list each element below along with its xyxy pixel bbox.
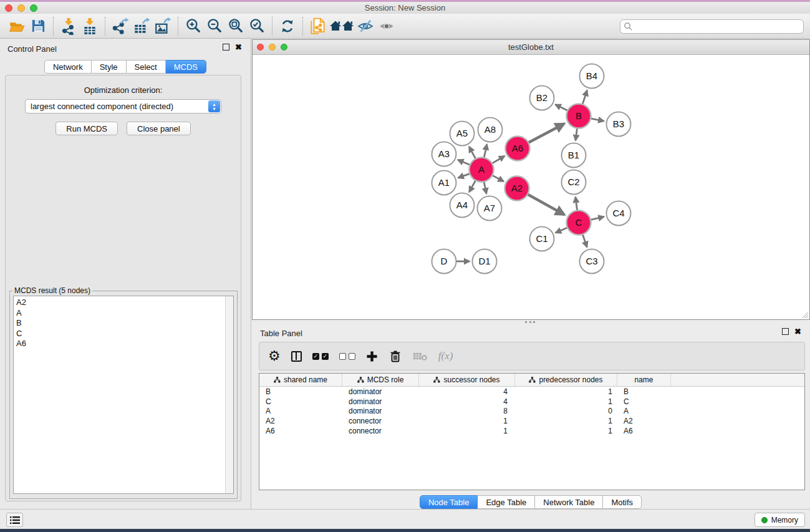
edge-A-A7[interactable] <box>484 181 486 194</box>
search-input[interactable] <box>620 19 804 34</box>
edge-B-B2[interactable] <box>556 105 569 111</box>
table-row[interactable]: Adominator80A <box>259 406 804 416</box>
edge-A6-B[interactable] <box>528 123 564 143</box>
node-C3[interactable]: C3 <box>580 249 604 274</box>
result-item[interactable]: C <box>16 329 233 339</box>
show-panels-button[interactable] <box>376 16 397 37</box>
memory-button[interactable]: Memory <box>755 513 805 527</box>
export-network-button[interactable] <box>110 16 131 37</box>
create-column-button[interactable] <box>366 351 378 362</box>
column-header[interactable]: name <box>617 374 671 386</box>
edge-B-B1[interactable] <box>576 127 577 140</box>
node-B3[interactable]: B3 <box>607 112 631 137</box>
node-C[interactable]: C <box>567 211 591 235</box>
tab-network[interactable]: Network <box>44 60 92 74</box>
close-panel-icon[interactable]: ✖ <box>235 44 242 51</box>
table-row[interactable]: Cdominator41C <box>259 397 804 407</box>
network-graph[interactable]: AA1A2A3A4A5A6A7A8BB1B2B3B4CC1C2C3C4DD1 <box>253 55 809 319</box>
import-table-button[interactable] <box>79 16 100 37</box>
tab-select[interactable]: Select <box>127 60 166 74</box>
result-item[interactable]: A6 <box>16 339 233 349</box>
node-D[interactable]: D <box>432 249 456 274</box>
node-A6[interactable]: A6 <box>506 137 530 161</box>
edge-A-A6[interactable] <box>491 156 505 164</box>
tab-edge-table[interactable]: Edge Table <box>478 495 535 509</box>
save-session-button[interactable] <box>27 16 49 37</box>
result-scrollbar[interactable] <box>225 296 233 493</box>
node-C2[interactable]: C2 <box>562 170 586 195</box>
node-B4[interactable]: B4 <box>580 64 604 89</box>
column-header[interactable]: predecessor nodes <box>515 374 617 386</box>
node-A8[interactable]: A8 <box>478 118 503 142</box>
edge-B-B4[interactable] <box>582 90 587 105</box>
node-A1[interactable]: A1 <box>432 171 456 195</box>
edge-B-B3[interactable] <box>590 118 604 122</box>
column-header[interactable]: MCDS role <box>342 374 419 386</box>
open-session-button[interactable] <box>6 16 27 37</box>
edge-A-A2[interactable] <box>491 175 504 181</box>
mcds-result-list[interactable]: A2ABCA6 <box>13 296 234 494</box>
close-table-panel-icon[interactable]: ✖ <box>794 328 801 335</box>
node-B2[interactable]: B2 <box>530 86 554 110</box>
hide-panels-button[interactable] <box>355 16 376 37</box>
node-B1[interactable]: B1 <box>562 143 586 168</box>
new-network-button[interactable] <box>307 16 329 37</box>
node-A7[interactable]: A7 <box>478 196 502 221</box>
node-A[interactable]: A <box>470 158 494 182</box>
table-row[interactable]: A6connector11A6 <box>259 426 804 436</box>
resize-grip-icon[interactable] <box>800 310 809 319</box>
refresh-button[interactable] <box>277 16 298 37</box>
edge-A-A3[interactable] <box>458 160 471 165</box>
run-mcds-button[interactable]: Run MCDS <box>55 122 118 135</box>
zoom-in-button[interactable] <box>183 16 204 37</box>
table-row[interactable]: Bdominator41B <box>259 387 804 397</box>
edge-A-A1[interactable] <box>458 173 471 178</box>
edge-C-C2[interactable] <box>576 197 577 211</box>
network-canvas[interactable]: AA1A2A3A4A5A6A7A8BB1B2B3B4CC1C2C3C4DD1 <box>253 55 809 319</box>
tab-network-table[interactable]: Network Table <box>535 495 603 509</box>
tab-motifs[interactable]: Motifs <box>603 495 642 509</box>
result-item[interactable]: B <box>16 318 233 329</box>
result-item[interactable]: A <box>16 308 233 319</box>
edge-A-A8[interactable] <box>484 144 487 158</box>
panel-splitter-handle[interactable] <box>525 321 535 323</box>
select-all-button[interactable]: ✓ ✓ <box>312 353 329 360</box>
node-C4[interactable]: C4 <box>607 201 631 226</box>
node-A2[interactable]: A2 <box>505 177 529 201</box>
criterion-dropdown[interactable]: largest connected component (directed) ▲… <box>25 99 221 114</box>
edge-C-C1[interactable] <box>556 227 569 233</box>
edge-A-A4[interactable] <box>469 180 476 192</box>
column-header[interactable]: successor nodes <box>419 374 515 386</box>
edge-C-C3[interactable] <box>582 233 587 247</box>
table-row[interactable]: A2connector11A2 <box>259 416 804 426</box>
edge-A2-C[interactable] <box>527 194 565 215</box>
node-C1[interactable]: C1 <box>530 227 554 251</box>
float-panel-icon[interactable] <box>223 44 229 51</box>
table-settings-button[interactable]: ⚙ <box>268 349 281 363</box>
tab-node-table[interactable]: Node Table <box>420 495 478 509</box>
deselect-all-button[interactable] <box>339 353 355 360</box>
home-button[interactable] <box>329 16 355 37</box>
export-table-button[interactable] <box>131 16 152 37</box>
edge-C-C4[interactable] <box>590 216 604 220</box>
close-panel-button[interactable]: Close panel <box>127 122 191 135</box>
node-A4[interactable]: A4 <box>450 193 475 218</box>
node-A5[interactable]: A5 <box>450 122 475 146</box>
result-item[interactable]: A2 <box>16 297 233 308</box>
task-history-button[interactable] <box>6 513 23 527</box>
edge-A-A5[interactable] <box>469 147 476 160</box>
tab-style[interactable]: Style <box>92 60 127 74</box>
show-columns-button[interactable] <box>291 351 302 362</box>
node-B[interactable]: B <box>567 104 591 128</box>
zoom-fit-button[interactable] <box>225 16 246 37</box>
zoom-selected-button[interactable] <box>246 16 268 37</box>
node-D1[interactable]: D1 <box>473 249 497 274</box>
delete-column-button[interactable] <box>388 349 402 363</box>
column-header[interactable]: shared name <box>259 374 342 386</box>
export-image-button[interactable] <box>152 16 173 37</box>
node-A3[interactable]: A3 <box>432 142 456 167</box>
tab-mcds[interactable]: MCDS <box>166 60 206 74</box>
import-network-button[interactable] <box>58 16 79 37</box>
zoom-out-button[interactable] <box>204 16 225 37</box>
float-table-panel-icon[interactable] <box>782 328 789 335</box>
